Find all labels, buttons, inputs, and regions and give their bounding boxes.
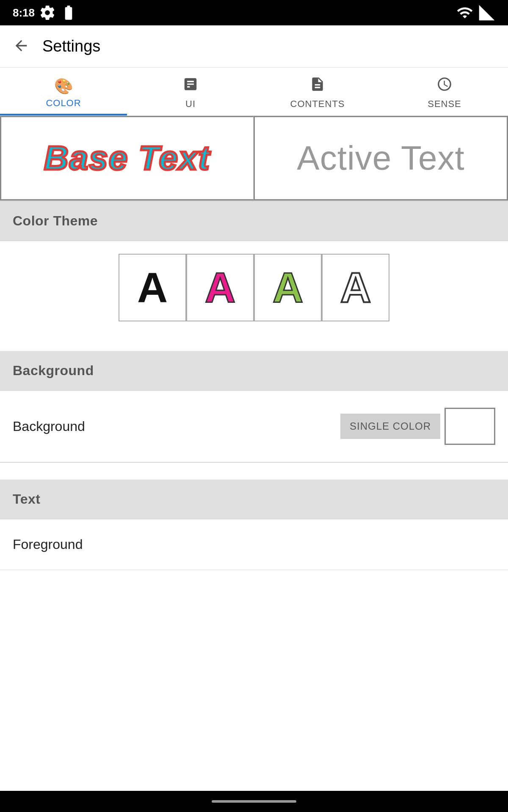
- theme-letter-outline: A: [340, 263, 371, 312]
- wifi-status-icon: [456, 4, 473, 21]
- tab-bar: 🎨 COLOR UI CONTENTS SENSE: [0, 68, 508, 116]
- theme-option-green[interactable]: A: [254, 254, 322, 321]
- status-bar-right: [456, 4, 495, 21]
- theme-option-black[interactable]: A: [119, 254, 186, 321]
- foreground-label: Foreground: [13, 537, 83, 552]
- status-time: 8:18: [13, 6, 35, 19]
- settings-status-icon: [39, 4, 56, 21]
- single-color-button[interactable]: SINGLE COLOR: [340, 414, 440, 439]
- bottom-nav-bar: [0, 791, 508, 812]
- back-button[interactable]: [13, 37, 30, 56]
- palette-icon: 🎨: [54, 77, 73, 95]
- tab-contents[interactable]: CONTENTS: [254, 68, 381, 115]
- background-setting-row: Background SINGLE COLOR: [0, 391, 508, 462]
- tab-contents-label: CONTENTS: [290, 99, 345, 110]
- page-title: Settings: [42, 37, 100, 55]
- active-text-label: Active Text: [297, 139, 464, 178]
- status-bar-left: 8:18: [13, 4, 77, 21]
- theme-option-pink[interactable]: A: [186, 254, 254, 321]
- background-color-swatch[interactable]: [444, 408, 495, 445]
- file-text-icon: [309, 76, 326, 96]
- app-bar: Settings: [0, 25, 508, 68]
- tab-ui[interactable]: UI: [127, 68, 254, 115]
- tab-sense-label: SENSE: [428, 99, 461, 110]
- active-text-preview[interactable]: Active Text: [254, 116, 508, 200]
- foreground-row: Foreground: [0, 519, 508, 570]
- download-box-icon: [182, 76, 199, 96]
- background-controls: SINGLE COLOR: [340, 408, 495, 445]
- signal-status-icon: [478, 4, 495, 21]
- tab-color-label: COLOR: [46, 98, 81, 109]
- base-text-label: Base Text: [44, 139, 210, 178]
- color-theme-options: A A A A: [0, 241, 508, 334]
- theme-letter-black: A: [137, 263, 168, 312]
- home-indicator[interactable]: [212, 800, 296, 803]
- theme-option-outline[interactable]: A: [322, 254, 389, 321]
- spacer2: [0, 463, 508, 480]
- text-section-header: Text: [0, 480, 508, 519]
- clock-circle-icon: [436, 76, 453, 96]
- tab-sense[interactable]: SENSE: [381, 68, 508, 115]
- tab-ui-label: UI: [185, 99, 196, 110]
- color-theme-section-header: Color Theme: [0, 201, 508, 241]
- back-arrow-icon: [13, 37, 30, 54]
- preview-area: Base Text Active Text: [0, 116, 508, 201]
- base-text-preview[interactable]: Base Text: [0, 116, 254, 200]
- theme-letter-pink: A: [205, 263, 235, 312]
- theme-letter-green: A: [273, 263, 303, 312]
- background-label: Background: [13, 419, 85, 434]
- battery-status-icon: [60, 4, 77, 21]
- spacer1: [0, 334, 508, 351]
- status-bar: 8:18: [0, 0, 508, 25]
- tab-color[interactable]: 🎨 COLOR: [0, 68, 127, 115]
- background-section-header: Background: [0, 351, 508, 390]
